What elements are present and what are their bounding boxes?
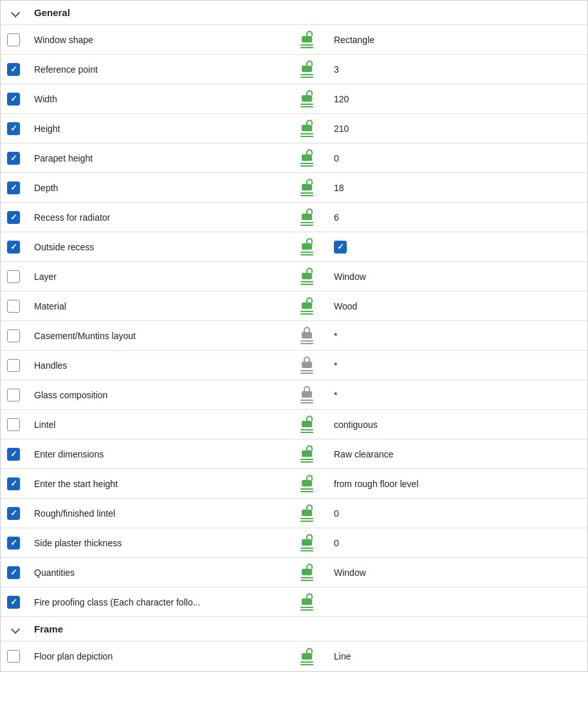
checkbox-cell[interactable] <box>1 385 26 405</box>
checkbox-cell[interactable] <box>1 503 26 524</box>
checkbox-cell[interactable] <box>1 148 26 169</box>
section-chevron-cell[interactable] <box>1 6 26 20</box>
row-checkbox[interactable] <box>7 241 20 254</box>
checkbox-cell[interactable] <box>1 118 26 139</box>
section-chevron-cell[interactable] <box>1 622 26 636</box>
checkbox-cell[interactable] <box>1 266 26 287</box>
property-value: 210 <box>326 120 587 138</box>
row-checkbox[interactable] <box>7 122 20 135</box>
row-handles: Handles * <box>1 351 587 380</box>
lock-icon-cell <box>288 589 326 614</box>
property-value: Raw clearance <box>326 445 587 463</box>
row-enter-start-height: Enter the start height from rough floor … <box>1 469 587 499</box>
property-value: 3 <box>326 60 587 78</box>
lock-icon-cell <box>288 27 326 52</box>
row-rough-finished: Rough/finished lintel 0 <box>1 499 587 528</box>
row-side-plaster: Side plaster thickness 0 <box>1 528 587 558</box>
lock-icon-cell <box>288 234 326 259</box>
property-value <box>326 237 587 257</box>
row-casement-muntins: Casement/Muntins layout * <box>1 321 587 351</box>
row-window-shape: Window shape Rectangle <box>1 25 587 55</box>
property-label: Rough/finished lintel <box>26 504 288 522</box>
row-checkbox[interactable] <box>7 329 20 342</box>
property-label: Material <box>26 297 288 315</box>
properties-table: GeneralWindow shape RectangleReference p… <box>0 0 588 672</box>
property-value: Wood <box>326 297 587 315</box>
checkbox-cell[interactable] <box>1 474 26 494</box>
property-label: Handles <box>26 356 288 374</box>
section-collapse-icon <box>11 8 20 17</box>
section-collapse-icon <box>11 624 20 633</box>
section-header-general[interactable]: General <box>1 1 587 25</box>
row-checkbox[interactable] <box>7 300 20 313</box>
property-label: Height <box>26 120 288 138</box>
property-value: Rectangle <box>326 31 587 49</box>
row-recess-radiator: Recess for radiator 6 <box>1 203 587 232</box>
property-label: Parapet height <box>26 149 288 167</box>
row-checkbox[interactable] <box>7 507 20 520</box>
row-checkbox[interactable] <box>7 63 20 76</box>
checkbox-cell[interactable] <box>1 646 26 667</box>
lock-icon-cell <box>288 441 326 466</box>
row-enter-dimensions: Enter dimensions Raw clearance <box>1 439 587 469</box>
property-value: 120 <box>326 90 587 108</box>
row-parapet-height: Parapet height 0 <box>1 143 587 173</box>
row-checkbox[interactable] <box>7 537 20 549</box>
row-checkbox[interactable] <box>7 33 20 46</box>
row-checkbox[interactable] <box>7 650 20 663</box>
checkbox-cell[interactable] <box>1 89 26 109</box>
row-width: Width 120 <box>1 84 587 114</box>
row-checkbox[interactable] <box>7 389 20 402</box>
checkbox-cell[interactable] <box>1 30 26 50</box>
row-checkbox[interactable] <box>7 596 20 609</box>
property-value: Window <box>326 564 587 582</box>
section-header-frame[interactable]: Frame <box>1 617 587 642</box>
row-checkbox[interactable] <box>7 152 20 165</box>
lock-icon-cell <box>288 323 326 348</box>
row-checkbox[interactable] <box>7 566 20 579</box>
checkbox-cell[interactable] <box>1 444 26 465</box>
lock-icon-cell <box>288 57 326 82</box>
lock-icon-cell <box>288 145 326 171</box>
row-reference-point: Reference point 3 <box>1 55 587 84</box>
lock-icon-cell <box>288 471 326 496</box>
row-checkbox[interactable] <box>7 93 20 106</box>
checkbox-cell[interactable] <box>1 562 26 583</box>
row-checkbox[interactable] <box>7 181 20 194</box>
row-checkbox[interactable] <box>7 418 20 431</box>
property-label: Recess for radiator <box>26 208 288 226</box>
checkbox-cell[interactable] <box>1 178 26 198</box>
lock-icon-cell <box>288 412 326 437</box>
checkbox-cell[interactable] <box>1 207 26 228</box>
row-checkbox[interactable] <box>7 211 20 224</box>
property-value: 0 <box>326 534 587 552</box>
row-checkbox[interactable] <box>7 270 20 283</box>
row-checkbox[interactable] <box>7 477 20 490</box>
checkbox-cell[interactable] <box>1 355 26 376</box>
property-label: Fire proofing class (Each character foll… <box>26 593 288 611</box>
property-value: 18 <box>326 179 587 197</box>
checkbox-cell[interactable] <box>1 296 26 317</box>
row-depth: Depth 18 <box>1 173 587 203</box>
property-label: Quantities <box>26 564 288 582</box>
property-label: Window shape <box>26 31 288 49</box>
checkbox-cell[interactable] <box>1 592 26 613</box>
checkbox-cell[interactable] <box>1 533 26 553</box>
checkbox-cell[interactable] <box>1 59 26 80</box>
lock-icon-cell <box>288 353 326 378</box>
checkbox-cell[interactable] <box>1 414 26 435</box>
lock-icon-cell <box>288 86 326 111</box>
property-value: 6 <box>326 208 587 226</box>
checkbox-cell[interactable] <box>1 237 26 257</box>
value-checkbox[interactable] <box>334 241 347 254</box>
row-checkbox[interactable] <box>7 359 20 372</box>
row-layer: Layer Window <box>1 262 587 291</box>
row-fire-proofing: Fire proofing class (Each character foll… <box>1 587 587 617</box>
property-value: * <box>326 356 587 374</box>
property-value: contiguous <box>326 416 587 434</box>
property-label: Outside recess <box>26 238 288 256</box>
property-value: Window <box>326 268 587 286</box>
lock-icon-cell <box>288 293 326 319</box>
checkbox-cell[interactable] <box>1 326 26 346</box>
row-checkbox[interactable] <box>7 448 20 461</box>
